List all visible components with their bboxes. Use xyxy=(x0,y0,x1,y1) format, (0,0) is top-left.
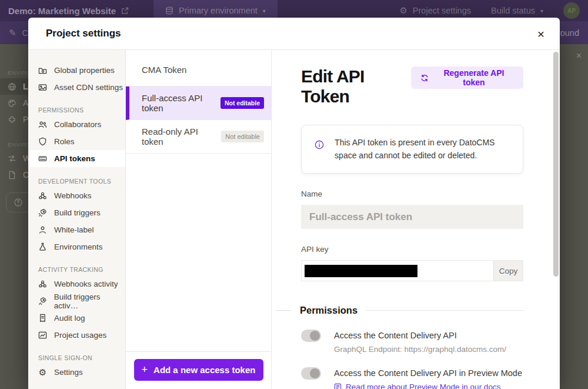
caret-down-icon: ▾ xyxy=(263,8,266,14)
token-row-cma[interactable]: CMA Token xyxy=(126,53,271,87)
close-icon[interactable]: × xyxy=(537,28,544,40)
external-link-icon[interactable] xyxy=(121,7,129,15)
permissions-section-heading: Permissions xyxy=(276,305,523,316)
not-editable-badge: Not editable xyxy=(221,131,264,142)
nav-item-audit-log[interactable]: Audit log xyxy=(28,310,125,327)
pencil-icon: ✎ xyxy=(9,28,16,38)
permission-label: Access the Content Delivery API xyxy=(334,330,506,340)
project-name: Demo: Marketing Website xyxy=(8,6,116,16)
name-field-label: Name xyxy=(301,189,523,198)
api-key-group: Copy xyxy=(301,260,523,281)
nav-item-sso-settings[interactable]: ⚙ Settings xyxy=(28,364,125,381)
nav-item-global-properties[interactable]: Global properties xyxy=(28,62,125,79)
nav-item-white-label[interactable]: White-label xyxy=(28,221,125,238)
webhook-icon xyxy=(38,191,47,200)
nav-item-environments[interactable]: Environments xyxy=(28,238,125,255)
token-list: CMA Token Full-access API token Not edit… xyxy=(126,50,272,389)
toggle-knob xyxy=(310,331,320,341)
name-field: Full-access API token xyxy=(301,205,523,229)
folder-gear-icon xyxy=(38,66,47,75)
palette-icon xyxy=(8,99,16,108)
permission-row-cda-preview: Access the Content Delivery API in Previ… xyxy=(301,367,523,389)
add-access-token-button[interactable]: + Add a new access token xyxy=(134,359,263,381)
refresh-icon xyxy=(420,74,429,82)
nav-item-label: Environments xyxy=(54,242,103,251)
nav-item-label: API tokens xyxy=(54,154,95,163)
doc-link-icon xyxy=(334,383,342,389)
permissions-heading-label: Permissions xyxy=(300,305,358,316)
plus-icon: + xyxy=(142,364,148,376)
nav-item-collaborators[interactable]: Collaborators xyxy=(28,116,125,133)
webhook-icon xyxy=(38,280,47,288)
info-icon xyxy=(315,137,324,153)
token-detail-panel: Edit API Token Regenerate API token This… xyxy=(272,50,560,389)
shield-icon xyxy=(38,137,47,146)
nav-item-label: Build triggers activ… xyxy=(54,292,125,310)
token-name: CMA Token xyxy=(142,65,186,75)
regenerate-token-label: Regenerate API token xyxy=(434,68,514,87)
toggle-knob xyxy=(310,368,320,378)
api-key-field-label: API key xyxy=(301,245,523,254)
nav-item-label: Global properties xyxy=(54,66,115,75)
modal-title: Project settings xyxy=(46,28,121,39)
image-icon xyxy=(38,83,47,92)
nav-item-webhooks-activity[interactable]: Webhooks activity xyxy=(28,275,125,292)
build-status-dropdown[interactable]: Build status ▾ xyxy=(484,6,550,15)
nav-heading-development-tools: DEVELOPMENT TOOLS xyxy=(28,175,125,187)
nav-item-roles[interactable]: Roles xyxy=(28,133,125,150)
users-icon xyxy=(38,120,47,129)
nav-item-label: Project usages xyxy=(54,331,106,340)
nav-heading-permissions: PERMISSIONS xyxy=(28,104,125,116)
globe-icon xyxy=(8,82,16,91)
settings-nav: Global properties Asset CDN settings PER… xyxy=(28,50,126,389)
rocket-icon xyxy=(38,297,47,305)
modal-header: Project settings × xyxy=(28,18,560,50)
token-list-footer: + Add a new access token xyxy=(126,351,271,389)
receipt-icon xyxy=(38,314,47,322)
nav-item-label: Build triggers xyxy=(54,208,101,217)
nav-item-project-usages[interactable]: Project usages xyxy=(28,327,125,344)
permission-row-cda: Access the Content Delivery API GraphQL … xyxy=(301,330,523,354)
rocket-icon xyxy=(38,208,47,217)
nav-item-label: Settings xyxy=(54,368,83,377)
token-card-icon xyxy=(38,154,47,163)
nav-item-api-tokens[interactable]: API tokens xyxy=(28,150,125,167)
environment-label: Primary environment xyxy=(179,6,258,15)
close-icon[interactable]: × xyxy=(576,51,582,61)
add-access-token-label: Add a new access token xyxy=(153,365,255,375)
avatar[interactable]: AP xyxy=(563,2,580,19)
chart-icon xyxy=(38,331,47,340)
nav-item-webhooks[interactable]: Webhooks xyxy=(28,187,125,204)
preview-mode-docs-link[interactable]: Read more about Preview Mode in our docs xyxy=(334,383,522,389)
nav-item-label: Webhooks xyxy=(54,191,92,200)
not-editable-badge: Not editable xyxy=(220,97,264,109)
token-name: Read-only API token xyxy=(142,127,215,147)
nav-item-build-triggers[interactable]: Build triggers xyxy=(28,204,125,221)
token-name: Full-access API token xyxy=(142,93,215,113)
workflow-icon xyxy=(8,154,16,163)
project-settings-nav[interactable]: ⚙ Project settings xyxy=(392,5,478,16)
toggle-cda[interactable] xyxy=(301,330,321,342)
nav-heading-single-sign-on: SINGLE SIGN-ON xyxy=(28,352,125,364)
database-icon xyxy=(165,6,173,15)
token-row-read-only[interactable]: Read-only API token Not editable xyxy=(126,120,271,154)
project-settings-label: Project settings xyxy=(413,6,471,15)
toggle-cda-preview[interactable] xyxy=(301,367,321,380)
divider xyxy=(276,310,291,311)
regenerate-token-button[interactable]: Regenerate API token xyxy=(411,67,523,89)
person-icon xyxy=(38,225,47,234)
puzzle-icon xyxy=(8,115,16,124)
divider xyxy=(366,310,523,311)
copy-button[interactable]: Copy xyxy=(493,261,523,281)
token-row-full-access[interactable]: Full-access API token Not editable xyxy=(126,87,271,120)
api-key-field[interactable] xyxy=(302,261,493,281)
nav-item-label: Asset CDN settings xyxy=(54,83,123,92)
nav-item-build-triggers-activity[interactable]: Build triggers activ… xyxy=(28,292,125,310)
nav-item-label: Audit log xyxy=(54,314,85,322)
permission-endpoint: GraphQL Endpoint: https://graphql.datocm… xyxy=(334,345,506,354)
scrollbar[interactable] xyxy=(553,52,559,277)
nav-item-asset-cdn-settings[interactable]: Asset CDN settings xyxy=(28,79,125,96)
build-status-label: Build status xyxy=(491,6,535,15)
nav-item-label: White-label xyxy=(54,225,94,234)
flask-icon xyxy=(38,242,47,251)
